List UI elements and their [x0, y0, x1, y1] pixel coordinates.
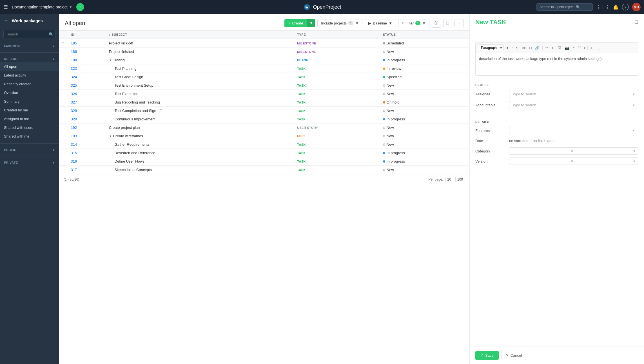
row-drag-cell: [59, 149, 68, 157]
code-button[interactable]: <>: [520, 45, 527, 51]
new-task-panel: New TASK ❐ Paragraph B I S <> □ 🔗 •• 1.: [469, 14, 644, 364]
sidebar-item-shared-with-me[interactable]: Shared with me: [0, 132, 59, 141]
sidebar-section-private-header[interactable]: PRIVATE ▼: [0, 159, 59, 166]
version-input[interactable]: ✕ ▼: [509, 158, 638, 165]
paragraph-select[interactable]: Paragraph: [478, 44, 503, 51]
date-value[interactable]: no start date - no finish date: [509, 137, 638, 145]
per-page-20[interactable]: 20: [445, 177, 453, 182]
drag-handle-icon[interactable]: ≡: [62, 41, 64, 45]
row-id-link[interactable]: 192: [71, 125, 77, 130]
row-id-link[interactable]: 188: [71, 58, 77, 62]
cancel-button[interactable]: ✕ Cancel: [502, 351, 526, 360]
category-input[interactable]: ✕ ▼: [509, 147, 638, 155]
info-button[interactable]: ⓘ: [432, 19, 441, 28]
table-button[interactable]: ☷: [576, 45, 583, 51]
row-id-link[interactable]: 327: [71, 100, 77, 104]
filter-chevron-icon: ▼: [422, 21, 426, 25]
undo-button[interactable]: ↩: [589, 45, 595, 51]
accountable-input[interactable]: Type to search ▼: [509, 101, 638, 109]
user-avatar[interactable]: MB: [632, 3, 641, 11]
toolbar-separator-1: [542, 46, 543, 50]
collapse-icon[interactable]: ▼: [109, 59, 112, 62]
row-id-link[interactable]: 324: [71, 75, 77, 79]
row-type-cell: TASK: [294, 81, 380, 90]
page-title: All open: [65, 20, 85, 26]
fullscreen-button[interactable]: ❐: [443, 19, 452, 27]
global-search[interactable]: Search in OpenProject 🔍: [536, 3, 593, 11]
row-id-link[interactable]: 193: [71, 134, 77, 138]
category-clear-icon[interactable]: ✕: [571, 149, 574, 153]
col-subject[interactable]: ↕ SUBJECT: [106, 31, 295, 39]
include-projects-button[interactable]: Include projects 1 ▼: [317, 19, 362, 27]
row-id-link[interactable]: 329: [71, 117, 77, 121]
sidebar-item-assigned-to-me[interactable]: Assigned to me: [0, 114, 59, 123]
row-id-link[interactable]: 325: [71, 83, 77, 87]
sidebar-section-default-header[interactable]: DEFAULT ▲: [0, 55, 59, 62]
sidebar-section-public-header[interactable]: PUBLIC ▼: [0, 147, 59, 153]
strikethrough-button[interactable]: S: [514, 45, 520, 51]
sidebar-item-all-open[interactable]: All open: [0, 62, 59, 71]
description-content[interactable]: description of the task work package typ…: [475, 53, 638, 76]
panel-actions: ✓ Save ✕ Cancel: [470, 347, 644, 364]
status-dot-icon: [383, 76, 385, 78]
status-dot-icon: [383, 135, 385, 137]
code-block-button[interactable]: □: [528, 45, 533, 51]
sidebar-divider-2: [0, 143, 59, 144]
ordered-list-button[interactable]: 1.: [550, 45, 556, 51]
save-button[interactable]: ✓ Save: [475, 351, 499, 360]
image-button[interactable]: 📷: [563, 45, 571, 51]
hamburger-menu-icon[interactable]: ☰: [3, 4, 8, 10]
project-selector[interactable]: Documentation template project ▼: [12, 5, 72, 9]
sidebar-back-button[interactable]: ← Work packages: [0, 14, 59, 27]
row-id-link[interactable]: 323: [71, 66, 77, 71]
blockquote-button[interactable]: ❝: [571, 45, 576, 51]
italic-button[interactable]: I: [510, 45, 514, 51]
col-type[interactable]: TYPE: [294, 31, 380, 39]
category-dropdown-icon: ▼: [633, 149, 636, 153]
row-id-link[interactable]: 317: [71, 168, 77, 172]
features-input[interactable]: ▼: [509, 127, 638, 134]
quick-add-button[interactable]: +: [76, 3, 84, 11]
sidebar-item-overdue[interactable]: Overdue: [0, 88, 59, 97]
row-id-link[interactable]: 186: [71, 50, 77, 54]
row-id-link[interactable]: 328: [71, 109, 77, 113]
row-subject: Test Completion and Sign-off: [115, 109, 162, 113]
modules-icon[interactable]: ⋮⋮⋮: [596, 5, 610, 10]
filter-button[interactable]: ▿ Filter 1 ▼: [398, 19, 429, 27]
bullet-list-button[interactable]: ••: [544, 45, 549, 51]
row-id-link[interactable]: 315: [71, 151, 77, 155]
sidebar-item-shared-with-users[interactable]: Shared with users: [0, 123, 59, 132]
collapse-icon[interactable]: ▼: [109, 134, 112, 138]
more-toolbar-button[interactable]: ⋮: [596, 45, 602, 51]
create-button[interactable]: + Create: [284, 19, 307, 27]
checklist-button[interactable]: ☑: [556, 45, 563, 51]
status-dot-icon: [383, 84, 385, 87]
per-page-100[interactable]: 100: [455, 177, 465, 182]
sidebar-section-favorite-header[interactable]: FAVORITE ▼: [0, 43, 59, 50]
row-id-link[interactable]: 314: [71, 142, 77, 147]
link-button[interactable]: 🔗: [534, 45, 541, 51]
help-icon[interactable]: ?: [622, 4, 629, 10]
sidebar-item-recently-created[interactable]: Recently created: [0, 80, 59, 88]
col-status[interactable]: STATUS: [380, 31, 469, 39]
row-id-link[interactable]: 185: [71, 41, 77, 45]
row-id-link[interactable]: 326: [71, 92, 77, 96]
version-clear-icon[interactable]: ✕: [571, 159, 574, 163]
baseline-button[interactable]: ▶ Baseline ▼: [365, 19, 396, 27]
table-row: 326 Test Execution TASK New: [59, 90, 469, 98]
notifications-icon[interactable]: 🔔: [613, 5, 619, 10]
more-options-button[interactable]: ⋮: [454, 19, 464, 27]
create-dropdown-button[interactable]: ▼: [307, 19, 315, 27]
row-id-link[interactable]: 316: [71, 159, 77, 163]
assignee-input[interactable]: Type to search ▼: [509, 90, 638, 98]
row-type-cell: TASK: [294, 157, 380, 166]
sidebar-item-created-by-me[interactable]: Created by me: [0, 106, 59, 114]
bold-button[interactable]: B: [504, 45, 509, 51]
sidebar-item-latest-activity[interactable]: Latest activity: [0, 71, 59, 80]
sidebar-search-input[interactable]: [3, 30, 56, 38]
row-id-cell: 193: [68, 132, 106, 140]
expand-panel-icon[interactable]: ❐: [635, 20, 638, 24]
col-id[interactable]: ID ↑: [68, 31, 106, 39]
sidebar-item-summary[interactable]: Summary: [0, 97, 59, 106]
title-input-area[interactable]: [475, 32, 638, 42]
